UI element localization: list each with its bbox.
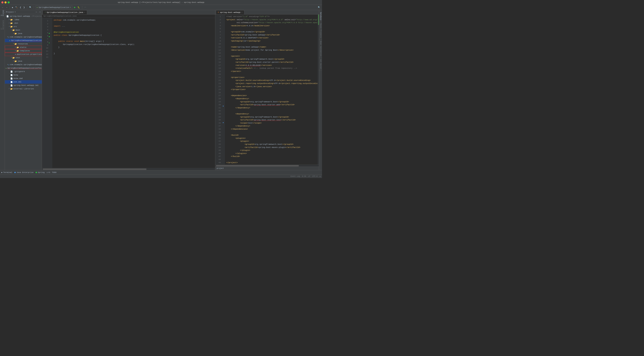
tree-item-test-class[interactable]: ◆ SpringBootWebappApplicationTests <box>5 66 42 70</box>
sidebar-tab-database[interactable]: Database <box>319 11 322 22</box>
tree-item-main[interactable]: ▼ 📂 main <box>5 28 42 32</box>
xml-code: <?xml version="1.0" encoding="UTF-8"?> <… <box>226 15 316 164</box>
back-button[interactable]: ← <box>1 6 4 9</box>
sidebar-tab-maven[interactable]: Maven Projects <box>319 22 322 39</box>
tree-item-java[interactable]: ▼ 📂 java <box>5 32 42 35</box>
tree-item-gitignore[interactable]: 📄 .gitignore <box>5 70 42 73</box>
project-tool-button[interactable]: 1: Project <box>1 11 4 14</box>
tree-test-package-label: com.example.springbootwebapp <box>10 64 42 66</box>
java-code: package com.example.springbootwebapp; im… <box>54 19 214 55</box>
tree-item-mvnw[interactable]: 📄 mvnw <box>5 73 42 77</box>
panel-settings-icon[interactable]: ⚙ <box>36 11 37 13</box>
tree-java-label: java <box>18 33 22 35</box>
tree-item-templates[interactable]: ► 📂 templates <box>5 49 42 53</box>
encoding-indicator: UTF-8 <box>312 175 318 177</box>
editor-tab-java[interactable]: J SpringBootWebappApplication.java ✕ <box>43 10 87 14</box>
spring-tool-button[interactable]: Spring <box>36 171 44 174</box>
nav-back[interactable]: ❮ <box>19 6 22 9</box>
tree-item-pom[interactable]: 📄 pom.xml <box>5 80 42 84</box>
tree-main-label: main <box>16 29 20 31</box>
xml-footer-label: project <box>216 167 224 169</box>
tree-item-appprops[interactable]: ⚙ application.properties <box>5 53 42 56</box>
java-enterprise-tool-button[interactable]: Java Enterprise <box>14 171 34 174</box>
java-tab-close[interactable]: ✕ <box>84 12 85 13</box>
terminal-label: Terminal <box>3 171 12 174</box>
main-toolbar: ← → ■ 🔨 ❮ ❯ 🔍 ▶ SpringBootWebappApplicat… <box>0 5 322 10</box>
tree-item-package[interactable]: ▼ ◯ com.example.springbootwebapp <box>5 35 42 39</box>
tree-item-resources[interactable]: ▼ 📂 resources <box>5 42 42 46</box>
minimize-button[interactable] <box>4 2 6 4</box>
todo-label: 6: TODO <box>48 171 56 174</box>
panel-expand-icon[interactable]: ⇧ <box>38 11 38 13</box>
debug-button[interactable]: 🐛 <box>77 6 81 9</box>
window-title: spring-boot-webapp [~/Projects/test/spri… <box>12 2 310 4</box>
nav-forward[interactable]: ❯ <box>23 6 26 9</box>
tree-mvn-label: .mvn <box>14 22 18 24</box>
tree-idea-label: .idea <box>14 19 19 21</box>
xml-tab-close[interactable]: ✕ <box>242 12 242 13</box>
project-panel-title: Project ▼ <box>6 11 16 13</box>
maximize-button[interactable] <box>8 2 10 4</box>
tree-item-iml[interactable]: 📄 spring-boot-webapp.iml <box>5 84 42 87</box>
tree-main-class-label: SpringBootWebappApplication <box>11 39 42 42</box>
tree-item-test-package[interactable]: ▼ ◯ com.example.springbootwebapp <box>5 63 42 66</box>
xml-tab-bar: m spring-boot-webapp ✕ <box>215 10 319 15</box>
indent-indicator: ◎ <box>320 175 320 177</box>
lf-indicator: LF <box>308 175 310 177</box>
right-sidebar: Database Maven Projects Bean Validation … <box>319 10 322 170</box>
java-enterprise-label: Java Enterprise <box>16 171 34 174</box>
project-panel-label: Project <box>6 11 14 13</box>
panel-close-icon[interactable]: ☰ <box>39 11 41 13</box>
editor-tab-bar: J SpringBootWebappApplication.java ✕ <box>42 10 215 15</box>
search-everywhere-button[interactable]: 🔍 <box>317 6 321 9</box>
xml-editor-panel: m spring-boot-webapp ✕ 12345 678910 1112… <box>215 10 319 170</box>
run-button[interactable]: ▶ <box>74 6 76 9</box>
todo-tool-button[interactable]: ☑ 6: TODO <box>47 171 56 174</box>
tree-package-label: com.example.springbootwebapp <box>10 36 42 38</box>
tree-test-java-label: java <box>18 60 22 62</box>
more-tools-button[interactable]: ⋯ <box>84 6 87 9</box>
left-sidebar-strip: 1: Project 2: Structure <box>0 10 5 170</box>
tree-src-label: src <box>14 26 17 28</box>
xml-tab-pom[interactable]: m spring-boot-webapp ✕ <box>216 10 244 14</box>
java-code-content: package com.example.springbootwebapp; im… <box>52 18 215 168</box>
tree-resources-label: resources <box>18 43 28 45</box>
tree-item-test-java[interactable]: ▼ 📂 java <box>5 60 42 63</box>
structure-tool-button[interactable]: 2: Structure <box>1 23 4 27</box>
bottom-toolbar: ▶ Terminal Java Enterprise Spring ☑ 6: T… <box>0 170 322 175</box>
traffic-lights <box>2 2 10 4</box>
tree-item-root[interactable]: ▼ 📄 spring-boot-webapp ~/Projects/test/s… <box>5 15 42 18</box>
spring-icon <box>36 172 37 173</box>
sidebar-tab-ant-build[interactable]: Ant Build <box>319 58 322 70</box>
tree-root-label: spring-boot-webapp <box>10 15 30 17</box>
tree-test-class-label: SpringBootWebappApplicationTests <box>8 67 42 69</box>
find-button[interactable]: 🔍 <box>28 6 32 9</box>
tree-item-test[interactable]: ▼ 📂 test <box>5 56 42 60</box>
run-stop-button[interactable]: ■ <box>11 6 14 9</box>
terminal-icon: ▶ <box>2 171 2 174</box>
tree-item-mvnw-cmd[interactable]: 📄 mvnw.cmd <box>5 77 42 80</box>
panel-actions: ⚙ ⇧ ☰ <box>36 11 41 13</box>
build-button[interactable]: 🔨 <box>14 6 18 9</box>
close-button[interactable] <box>2 2 4 4</box>
tree-item-idea[interactable]: ► 📂 .idea <box>5 18 42 22</box>
run-config-selector[interactable]: ▶ SpringBootWebappApplication ▼ <box>35 6 73 9</box>
tree-item-static[interactable]: ► 📂 static <box>5 46 42 49</box>
event-log-button[interactable]: Event Log <box>290 175 300 177</box>
tree-test-label: test <box>16 57 20 59</box>
terminal-tool-button[interactable]: ▶ Terminal <box>2 171 12 174</box>
tree-item-external-libs[interactable]: ► 📂 External Libraries <box>5 87 42 91</box>
tree-gitignore-label: .gitignore <box>14 71 25 73</box>
forward-button[interactable]: → <box>5 6 8 9</box>
tree-item-src[interactable]: ▼ 📂 src <box>5 25 42 28</box>
run-config-label: SpringBootWebappApplication <box>38 7 69 9</box>
java-enterprise-icon <box>14 172 16 173</box>
todo-icon: ☑ <box>47 171 48 174</box>
tree-item-mvn[interactable]: ► 📂 .mvn <box>5 22 42 25</box>
spring-label: Spring <box>38 171 44 174</box>
tree-item-main-class[interactable]: ◆ SpringBootWebappApplication <box>5 39 42 42</box>
status-bar: Event Log 8:38 LF UTF-8 ◎ <box>0 175 322 178</box>
xml-tab-label: spring-boot-webapp <box>220 12 240 14</box>
sidebar-tab-bean-validation[interactable]: Bean Validation <box>319 39 322 58</box>
tree-mvnw-label: mvnw <box>14 74 18 76</box>
